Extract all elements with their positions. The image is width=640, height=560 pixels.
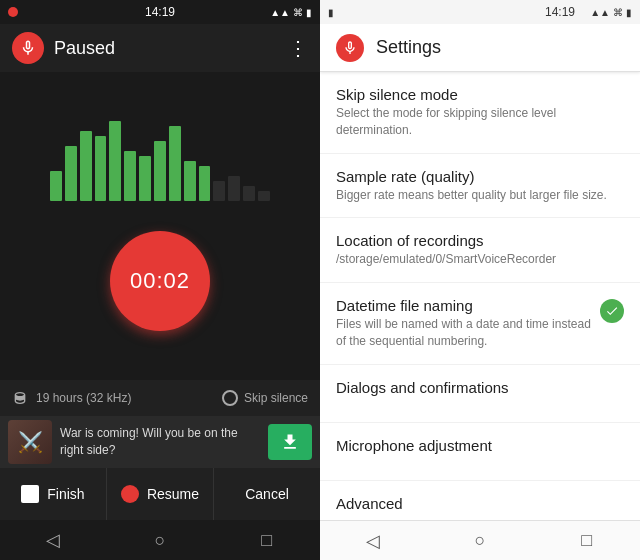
- eq-bar-13: [243, 186, 255, 201]
- storage-icon: [12, 390, 28, 406]
- finish-icon: [21, 485, 39, 503]
- action-bar: Finish Resume Cancel: [0, 468, 320, 520]
- finish-label: Finish: [47, 486, 84, 502]
- setting-checkmark-datetime: [600, 299, 624, 323]
- mic-icon-container: [12, 32, 44, 64]
- r-recent-nav-icon[interactable]: □: [563, 521, 611, 561]
- setting-item-sample-rate[interactable]: Sample rate (quality)Bigger rate means b…: [320, 154, 640, 219]
- setting-content-advanced: Advanced: [336, 495, 624, 514]
- skip-silence-label: Skip silence: [244, 391, 308, 405]
- resume-button[interactable]: Resume: [107, 468, 214, 520]
- record-button[interactable]: 00:02: [110, 231, 210, 331]
- right-status-bar: ▮ 14:19 ▲▲ ⌘ ▮: [320, 0, 640, 24]
- checkmark-icon: [605, 304, 619, 318]
- eq-bar-5: [124, 151, 136, 201]
- setting-subtitle-sample-rate: Bigger rate means better quality but lar…: [336, 187, 624, 204]
- ad-image: ⚔️: [8, 420, 52, 464]
- setting-item-dialogs[interactable]: Dialogs and confirmations: [320, 365, 640, 423]
- r-wifi-icon: ⌘: [613, 7, 623, 18]
- r-status-right-icons: ▲▲ ⌘ ▮: [590, 7, 632, 18]
- more-options-icon[interactable]: ⋮: [288, 36, 308, 60]
- ad-download-button[interactable]: [268, 424, 312, 460]
- setting-title-skip-silence: Skip silence mode: [336, 86, 624, 103]
- eq-bar-1: [65, 146, 77, 201]
- r-back-nav-icon[interactable]: ◁: [349, 521, 397, 561]
- status-icons: ▲▲ ⌘ ▮: [270, 7, 312, 18]
- setting-content-dialogs: Dialogs and confirmations: [336, 379, 624, 398]
- skip-silence-radio[interactable]: [222, 390, 238, 406]
- r-status-left-icon: ▮: [328, 7, 334, 18]
- left-app-bar: Paused ⋮: [0, 24, 320, 72]
- setting-content-microphone: Microphone adjustment: [336, 437, 624, 456]
- setting-item-location[interactable]: Location of recordings/storage/emulated/…: [320, 218, 640, 283]
- setting-title-dialogs: Dialogs and confirmations: [336, 379, 624, 396]
- finish-button[interactable]: Finish: [0, 468, 107, 520]
- ad-banner: ⚔️ War is coming! Will you be on the rig…: [0, 416, 320, 468]
- r-mic-icon: [342, 40, 358, 56]
- setting-item-datetime[interactable]: Datetime file namingFiles will be named …: [320, 283, 640, 365]
- visualizer-area: 00:02: [0, 72, 320, 380]
- setting-item-microphone[interactable]: Microphone adjustment: [320, 423, 640, 481]
- resume-label: Resume: [147, 486, 199, 502]
- record-timer: 00:02: [130, 268, 190, 294]
- wifi-icon: ⌘: [293, 7, 303, 18]
- app-title: Paused: [54, 38, 115, 59]
- r-signal-icon: ▲▲: [590, 7, 610, 18]
- left-status-time: 14:19: [145, 5, 175, 19]
- eq-bar-2: [80, 131, 92, 201]
- setting-subtitle-skip-silence: Select the mode for skipping silence lev…: [336, 105, 624, 139]
- left-panel: 14:19 ▲▲ ⌘ ▮ Paused ⋮ 00:02: [0, 0, 320, 560]
- recent-nav-icon[interactable]: □: [243, 520, 291, 560]
- right-panel: ▮ 14:19 ▲▲ ⌘ ▮ Settings Skip silence mod…: [320, 0, 640, 560]
- settings-list: Skip silence modeSelect the mode for ski…: [320, 72, 640, 520]
- setting-title-advanced: Advanced: [336, 495, 624, 512]
- eq-bar-14: [258, 191, 270, 201]
- setting-title-microphone: Microphone adjustment: [336, 437, 624, 454]
- signal-icon: ▲▲: [270, 7, 290, 18]
- app-bar-left: Paused: [12, 32, 115, 64]
- eq-bar-6: [139, 156, 151, 201]
- back-nav-icon[interactable]: ◁: [29, 520, 77, 560]
- cancel-button[interactable]: Cancel: [214, 468, 320, 520]
- eq-bar-12: [228, 176, 240, 201]
- setting-content-sample-rate: Sample rate (quality)Bigger rate means b…: [336, 168, 624, 204]
- left-nav-bar: ◁ ○ □: [0, 520, 320, 560]
- eq-bar-0: [50, 171, 62, 201]
- eq-bar-9: [184, 161, 196, 201]
- eq-bar-4: [109, 121, 121, 201]
- r-mic-icon-container: [336, 34, 364, 62]
- r-home-nav-icon[interactable]: ○: [456, 521, 504, 561]
- skip-silence-control[interactable]: Skip silence: [222, 390, 308, 406]
- ad-text: War is coming! Will you be on the right …: [60, 425, 260, 459]
- setting-title-datetime: Datetime file naming: [336, 297, 600, 314]
- eq-bar-8: [169, 126, 181, 201]
- r-battery-icon: ▮: [626, 7, 632, 18]
- mic-icon: [19, 39, 37, 57]
- setting-subtitle-location: /storage/emulated/0/SmartVoiceRecorder: [336, 251, 624, 268]
- red-dot-indicator: [8, 7, 18, 17]
- storage-info: 19 hours (32 kHz): [12, 390, 131, 406]
- battery-icon: ▮: [306, 7, 312, 18]
- cancel-label: Cancel: [245, 486, 289, 502]
- right-nav-bar: ◁ ○ □: [320, 520, 640, 560]
- home-nav-icon[interactable]: ○: [136, 520, 184, 560]
- left-status-bar: 14:19 ▲▲ ⌘ ▮: [0, 0, 320, 24]
- setting-content-location: Location of recordings/storage/emulated/…: [336, 232, 624, 268]
- setting-title-sample-rate: Sample rate (quality): [336, 168, 624, 185]
- storage-text: 19 hours (32 kHz): [36, 391, 131, 405]
- eq-bar-7: [154, 141, 166, 201]
- r-app-title: Settings: [376, 37, 441, 58]
- setting-item-advanced[interactable]: Advanced: [320, 481, 640, 520]
- status-bar-left: [8, 7, 18, 17]
- download-icon: [280, 432, 300, 452]
- setting-content-datetime: Datetime file namingFiles will be named …: [336, 297, 600, 350]
- eq-bar-10: [199, 166, 211, 201]
- resume-icon: [121, 485, 139, 503]
- setting-title-location: Location of recordings: [336, 232, 624, 249]
- setting-content-skip-silence: Skip silence modeSelect the mode for ski…: [336, 86, 624, 139]
- right-app-bar: Settings: [320, 24, 640, 72]
- setting-subtitle-datetime: Files will be named with a date and time…: [336, 316, 600, 350]
- eq-bar-11: [213, 181, 225, 201]
- setting-item-skip-silence[interactable]: Skip silence modeSelect the mode for ski…: [320, 72, 640, 154]
- equalizer: [50, 121, 270, 201]
